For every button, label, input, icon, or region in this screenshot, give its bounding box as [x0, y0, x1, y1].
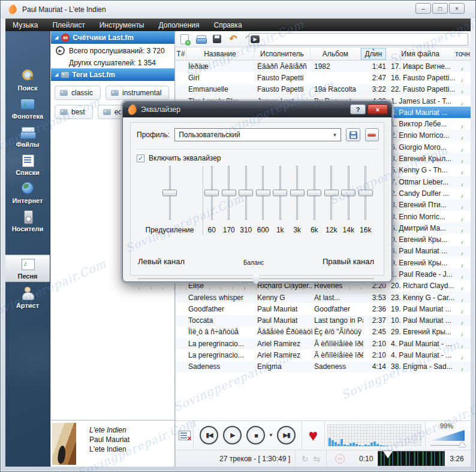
menu-item[interactable]: Справка: [213, 21, 242, 29]
cell-filename: 7. Ottmar Lieber...: [389, 178, 459, 186]
minimize-button[interactable]: –: [415, 3, 431, 14]
slider-thumb[interactable]: [162, 190, 177, 196]
undo-button[interactable]: ↶: [228, 34, 239, 44]
table-row[interactable]: Toccata Paul Mauriat Last tango in Paris…: [176, 315, 471, 326]
column-header-duration[interactable]: Длин: [361, 48, 386, 60]
lastfm-counters-header[interactable]: ◢ as Счётчики Last.fm: [51, 31, 174, 44]
help-button[interactable]: ?: [350, 104, 366, 114]
column-header-tracknum[interactable]: T#: [176, 48, 186, 60]
cell-album: At last...: [312, 294, 363, 302]
slider-thumb[interactable]: [307, 190, 321, 196]
menu-item[interactable]: Музыка: [13, 21, 38, 29]
table-row[interactable]: Ïîë¸ò â ñ÷àñòüå Åâãåíèé Êðûëàòîâ Èç ê/ô …: [176, 326, 471, 338]
next-button[interactable]: ▶▮: [277, 426, 296, 444]
band-slider[interactable]: 170: [221, 165, 238, 244]
slider-thumb[interactable]: [324, 190, 339, 196]
lastfm-tags-header[interactable]: ◢ Теги Last.fm: [51, 68, 174, 81]
band-slider[interactable]: 310: [237, 165, 255, 244]
table-row[interactable]: Sadeness Enigma Sadeness 4:14 38. Enigma…: [176, 361, 471, 373]
maximize-button[interactable]: □: [432, 3, 448, 14]
volume-slider-thumb[interactable]: [459, 441, 466, 447]
sidebar-item-files[interactable]: Файлы: [5, 122, 50, 150]
close-playlist-button[interactable]: [179, 431, 191, 440]
slider-thumb[interactable]: [341, 190, 356, 196]
collapse-arrow-icon[interactable]: ◢: [55, 72, 58, 77]
play-button[interactable]: ▶: [223, 426, 242, 444]
profile-select[interactable]: Пользовательский ▼: [174, 128, 341, 141]
cell-filename: 10. Paul Mauriat ...: [389, 316, 459, 325]
band-slider[interactable]: 60: [203, 165, 221, 244]
menu-item[interactable]: Дополнения: [159, 21, 200, 29]
shuffle-button[interactable]: ⇆: [314, 454, 321, 464]
band-slider[interactable]: 3k: [289, 165, 306, 244]
band-slider[interactable]: 6k: [306, 165, 323, 244]
enable-equalizer-checkbox[interactable]: ✓: [137, 155, 144, 162]
table-row[interactable]: Ìèðàæ Èâàðñ Âèãíåðñ 1982 1:41 17. Иварс …: [176, 60, 471, 72]
volume-control[interactable]: 99%: [426, 422, 471, 449]
band-slider[interactable]: 12k: [323, 165, 341, 244]
column-header-filename[interactable]: Имя файла: [386, 48, 455, 60]
tag-icon: [103, 109, 111, 115]
filter-input[interactable]: [260, 34, 468, 44]
column-header-title[interactable]: Название: [186, 48, 254, 60]
column-header-artist[interactable]: Исполнитель: [254, 48, 311, 60]
tag-button-classic[interactable]: classic: [55, 86, 101, 100]
tag-button-instrumental[interactable]: instrumental: [106, 86, 169, 100]
love-track-button[interactable]: ♥: [309, 428, 318, 443]
equalizer-title-bar[interactable]: Эквалайзер ? ×: [123, 102, 391, 117]
column-header-album[interactable]: Альбом: [311, 48, 361, 60]
new-playlist-button[interactable]: [179, 34, 190, 44]
play-circle-icon: ▶: [56, 46, 65, 55]
band-label: 1k: [276, 226, 284, 234]
repeat-button[interactable]: ↻: [302, 454, 309, 464]
table-row[interactable]: Girl Fausto Papetti 2:47 16. Fausto Pape…: [176, 72, 471, 83]
sidebar-item-lists[interactable]: Списки: [5, 150, 50, 178]
band-slider[interactable]: 14k: [340, 165, 357, 244]
balance-thumb[interactable]: [253, 274, 260, 285]
previous-button[interactable]: ▮◀: [200, 426, 218, 444]
sidebar-item-internet[interactable]: Интернет: [5, 178, 50, 206]
menu-item[interactable]: Инструменты: [100, 21, 144, 29]
open-button[interactable]: [195, 34, 206, 44]
column-header-source[interactable]: точн: [455, 48, 471, 60]
table-row[interactable]: La peregrinacio... Ariel Ramirez Â èñïîë…: [176, 338, 471, 349]
sidebar-item-library[interactable]: Фонотека: [5, 94, 50, 122]
volume-wedge[interactable]: [430, 430, 465, 441]
slider-thumb[interactable]: [273, 190, 287, 196]
save-profile-button[interactable]: [346, 128, 360, 141]
slider-thumb[interactable]: [239, 190, 253, 196]
stop-dropdown-arrow-icon[interactable]: ▼: [269, 432, 273, 438]
sidebar-item-media[interactable]: Носители: [5, 207, 50, 234]
collapse-arrow-icon[interactable]: ◢: [55, 35, 58, 40]
delete-profile-button[interactable]: [365, 128, 379, 141]
balance-slider[interactable]: [138, 274, 374, 292]
seek-position-marker[interactable]: [383, 451, 393, 458]
filter-icon[interactable]: ▶: [251, 35, 260, 43]
table-row[interactable]: Goodfather Paul Mauriat Goodfather 2:36 …: [176, 303, 471, 314]
save-button[interactable]: [212, 34, 222, 44]
slider-thumb[interactable]: [358, 190, 373, 196]
sidebar-item-search[interactable]: Поиск: [5, 66, 50, 93]
slider-thumb[interactable]: [256, 190, 270, 196]
lastfm-scrobble-icon[interactable]: as: [335, 454, 345, 464]
table-row[interactable]: Emmanuelle Fausto Papetti 19a Raccolta 3…: [176, 84, 471, 95]
preamp-slider[interactable]: Предусиление: [137, 165, 203, 244]
sidebar-item-song[interactable]: Песня: [5, 255, 50, 282]
table-row[interactable]: La peregrinacio... Ariel Ramirez Â èñïîë…: [176, 349, 471, 361]
slider-thumb[interactable]: [290, 190, 305, 196]
stop-button[interactable]: ■: [246, 426, 265, 444]
seek-bar[interactable]: [378, 451, 445, 466]
band-slider[interactable]: 1k: [272, 165, 289, 244]
minus-icon: [367, 134, 376, 137]
dialog-close-button[interactable]: ×: [367, 104, 388, 114]
menu-item[interactable]: Плейлист: [52, 21, 85, 29]
table-row[interactable]: Careless whisper Kenny G At last... 3:53…: [176, 292, 471, 303]
slider-thumb[interactable]: [204, 190, 219, 196]
band-slider[interactable]: 16k: [357, 165, 375, 244]
sidebar-item-artist[interactable]: Артист: [5, 283, 50, 311]
slider-thumb[interactable]: [222, 190, 236, 196]
sidebar-item-label: Фонотека: [12, 113, 43, 120]
band-slider[interactable]: 600: [255, 165, 272, 244]
close-button[interactable]: ×: [449, 3, 465, 14]
tag-button-best[interactable]: best: [55, 105, 93, 119]
